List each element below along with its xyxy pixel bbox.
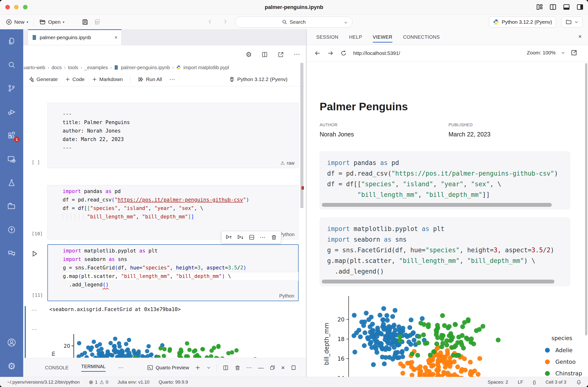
panel-more-icon[interactable]: ⋯	[246, 365, 252, 371]
new-file-button[interactable]: New ▾	[6, 19, 28, 25]
code-line[interactable]: g = sns.FacetGrid(df, hue="species", hei…	[327, 245, 570, 256]
open-in-browser-icon[interactable]	[571, 49, 577, 56]
nav-forward-icon[interactable]	[222, 18, 228, 25]
cell-language[interactable]: ⚠raw	[280, 160, 294, 166]
tab-viewer[interactable]: VIEWER	[373, 34, 392, 43]
code-line[interactable]: .add_legend()	[327, 266, 570, 277]
add-markdown-button[interactable]: Markdown	[92, 76, 123, 82]
close-panel-icon[interactable]: ×	[281, 364, 285, 371]
minimize-window-button[interactable]	[14, 5, 19, 9]
breadcrumb-item[interactable]: uarto-web	[24, 65, 45, 70]
breadcrumb-item[interactable]: docs	[51, 65, 62, 70]
viewer-scrollbar[interactable]	[585, 63, 587, 336]
code-line[interactable]: ---	[63, 144, 298, 152]
url-field[interactable]: http://localhost:5391/	[353, 50, 400, 56]
files-icon[interactable]	[0, 33, 23, 50]
more-cell-actions-icon[interactable]: ⋯	[260, 234, 266, 241]
python-path[interactable]: ~/.pyenv/versions/3.12.2/bin/python	[7, 380, 80, 385]
cell-language-label[interactable]: Python	[279, 293, 294, 299]
kernel-button[interactable]: Python 3.12.2 (Pyenv)	[229, 76, 288, 83]
tab-terminal[interactable]: TERMINAL	[81, 364, 106, 372]
horizontal-scrollbar[interactable]	[322, 280, 554, 283]
code-line[interactable]: df = df[["species", "island", "year", "s…	[63, 204, 298, 213]
output-collapse-icon[interactable]: ⋯	[31, 326, 37, 333]
notebook-cell-plot[interactable]: [11] ⋯ import matplotlib.pyplot as pltim…	[47, 244, 299, 301]
extensions-icon[interactable]: 1	[0, 127, 23, 144]
notebook-cell-raw[interactable]: [ ] ---title: Palmer Penguinsauthor: Nor…	[47, 103, 299, 168]
split-editor-icon[interactable]	[261, 51, 268, 59]
chevron-down-icon[interactable]	[561, 51, 565, 55]
breadcrumb-item[interactable]: palmer-penguins.ipynb	[121, 65, 170, 70]
split-cell-icon[interactable]	[249, 234, 255, 240]
settings-gear-icon[interactable]: ⚙	[0, 358, 23, 375]
add-code-button[interactable]: Code	[65, 76, 85, 82]
open-external-icon[interactable]	[277, 51, 284, 59]
zoom-window-button[interactable]	[23, 5, 28, 9]
tab-palmer-penguins[interactable]: palmer-penguins.ipynb ×	[28, 29, 122, 45]
close-tab-icon[interactable]: ×	[114, 34, 118, 41]
kill-terminal-trash-icon[interactable]	[234, 365, 241, 371]
restore-panel-icon[interactable]	[270, 365, 275, 370]
publish-icon[interactable]	[0, 221, 23, 238]
chevron-down-icon[interactable]	[344, 20, 348, 25]
folders-icon[interactable]	[0, 198, 23, 215]
code-line[interactable]: import matplotlib.pyplot as plt	[63, 247, 298, 255]
chevron-down-icon[interactable]	[207, 366, 211, 370]
code-line[interactable]: df = pd.read_csv("https://pos.it/palmer-…	[327, 168, 570, 179]
cell-indicator[interactable]: Cell 3 of 3	[546, 380, 566, 385]
code-line[interactable]: g = sns.FacetGrid(df, hue="species", hei…	[63, 264, 298, 272]
code-line[interactable]: import pandas as pd	[327, 157, 570, 168]
tab-session[interactable]: SESSION	[316, 34, 338, 40]
code-line[interactable]: .add_legend()	[63, 280, 298, 289]
tab-connections[interactable]: CONNECTIONS	[403, 34, 440, 40]
code-line[interactable]: df = df[["species", "island", "year", "s…	[327, 179, 570, 189]
close-window-button[interactable]	[5, 5, 10, 9]
interpreter-button[interactable]: Python 3.12.2 (Pyenv)	[489, 17, 556, 28]
minimize-panel-icon[interactable]: —	[258, 364, 264, 371]
maximize-panel-icon[interactable]	[291, 365, 296, 370]
tab-console[interactable]: CONSOLE	[45, 365, 69, 370]
search-input[interactable]: Search	[235, 17, 353, 28]
zoom-level[interactable]: Zoom: 100%	[527, 50, 556, 56]
spaces-indicator[interactable]: Spaces: 2	[488, 380, 508, 385]
new-terminal-plus-icon[interactable]	[195, 365, 201, 370]
delete-cell-icon[interactable]	[271, 234, 277, 240]
problems-indicator[interactable]: ⊗ 1 ⚠ 0	[89, 379, 108, 385]
run-cell-and-below-icon[interactable]	[237, 234, 244, 241]
breadcrumb-item[interactable]: _examples	[84, 65, 108, 70]
run-cells-above-icon[interactable]	[225, 234, 232, 241]
code-line[interactable]: "bill_length_mm", "bill_depth_mm"]]	[63, 213, 298, 221]
code-line[interactable]: ---	[63, 110, 298, 118]
code-line[interactable]: author: Norah Jones	[63, 127, 298, 135]
generate-button[interactable]: Generate	[28, 76, 58, 82]
remote-sessions-icon[interactable]	[0, 151, 23, 168]
customize-layout-icon[interactable]	[536, 3, 543, 11]
account-icon[interactable]	[0, 334, 23, 351]
back-icon[interactable]	[314, 50, 321, 57]
more-cell-actions-icon[interactable]: ⋯	[169, 76, 175, 83]
panel-bottom-icon[interactable]	[563, 3, 570, 11]
code-line[interactable]: import pandas as pd	[63, 187, 298, 196]
code-line[interactable]: g.map(plt.scatter, "bill_length_mm", "bi…	[327, 256, 570, 266]
quarto-version[interactable]: Quarto: 99.9.9	[159, 380, 188, 385]
notifications-bell-icon[interactable]	[576, 379, 582, 385]
code-line[interactable]: import seaborn as sns	[327, 234, 570, 245]
run-cell-icon[interactable]	[31, 250, 38, 257]
code-line[interactable]: "bill_length_mm", "bill_depth_mm"]]	[327, 189, 570, 200]
run-debug-icon[interactable]	[0, 104, 23, 120]
more-panels-icon[interactable]: ⋯	[118, 365, 124, 371]
code-line[interactable]: date: March 22, 2023	[63, 135, 298, 144]
workspace-button[interactable]	[561, 17, 583, 28]
panel-right-icon[interactable]	[576, 3, 584, 11]
code-line[interactable]: import matplotlib.pyplot as plt	[327, 223, 570, 234]
output-collapse-icon[interactable]: ⋯	[31, 307, 37, 313]
code-line[interactable]: df = pd.read_csv("https://pos.it/palmer-…	[63, 196, 298, 204]
quarto-preview-button[interactable]: Quarto Preview	[147, 365, 189, 371]
comments-icon[interactable]	[0, 245, 23, 262]
breadcrumb-item[interactable]: import matplotlib.pypl	[184, 65, 229, 70]
code-line[interactable]: import seaborn as sns	[63, 255, 298, 264]
forward-icon[interactable]	[327, 50, 334, 57]
search-sidebar-icon[interactable]	[0, 56, 23, 73]
source-control-icon[interactable]	[0, 80, 23, 97]
notebook-settings-gear-icon[interactable]: ⚙	[246, 51, 252, 59]
